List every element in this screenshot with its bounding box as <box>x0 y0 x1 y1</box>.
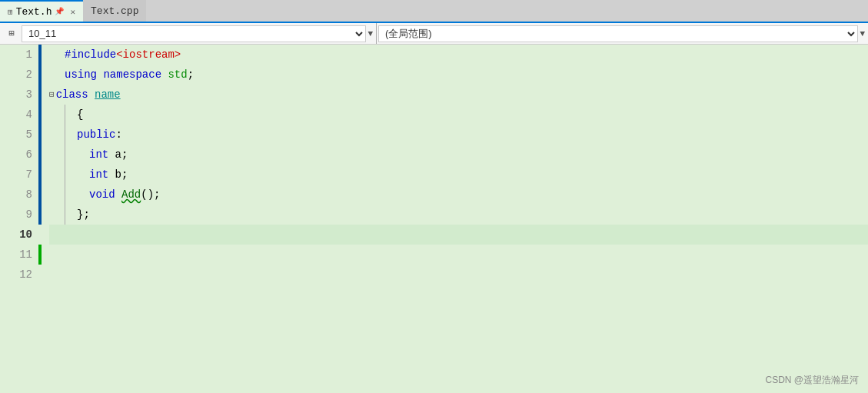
pin-icon[interactable]: 📌 <box>55 7 64 16</box>
tab-icon-text-h: ⊞ <box>8 7 13 17</box>
close-icon-text-h[interactable]: ✕ <box>70 7 75 17</box>
scope-selector-right[interactable]: (全局范围) <box>378 25 858 42</box>
scope-selector-left[interactable]: 10_11 <box>22 25 366 42</box>
class-name: name <box>95 85 121 105</box>
keyword-include: #include <box>65 45 116 65</box>
toolbar-row: ⊞ 10_11 ▼ (全局范围) ▼ <box>0 23 868 45</box>
dropdown-arrow-right: ▼ <box>860 29 865 38</box>
line-num-7: 7 <box>0 165 32 185</box>
keyword-void-8: void <box>89 185 115 205</box>
line-num-11: 11 <box>0 245 32 265</box>
line-num-10: 10 <box>0 225 32 245</box>
indent-pipe-8a <box>65 185 77 205</box>
tab-text-cpp[interactable]: Text.cpp <box>83 0 146 22</box>
toolbar-right: (全局范围) ▼ <box>377 23 868 44</box>
tab-bar: ⊞ Text.h 📌 ✕ Text.cpp <box>0 0 868 23</box>
indent-pipe-5 <box>65 125 77 145</box>
code-line-7: int b; <box>49 165 868 185</box>
code-line-1: #include<iostream> <box>49 45 868 65</box>
tab-label-text-h: Text.h <box>16 6 52 18</box>
blue-gutter-bar <box>38 45 42 225</box>
indent-pipe-6a <box>65 145 77 165</box>
code-line-9: }; <box>49 205 868 225</box>
code-content[interactable]: #include<iostream> using namespace std ;… <box>43 45 868 393</box>
code-line-5: public : <box>49 125 868 145</box>
keyword-class: class <box>56 85 88 105</box>
tab-text-h[interactable]: ⊞ Text.h 📌 ✕ <box>0 0 83 22</box>
code-line-4: { <box>49 105 868 125</box>
include-path: <iostream> <box>116 45 181 65</box>
line-num-1: 1 <box>0 45 32 65</box>
line-num-2: 2 <box>0 65 32 85</box>
keyword-using: using <box>65 65 97 85</box>
line-num-12: 12 <box>0 265 32 285</box>
watermark: CSDN @遥望浩瀚星河 <box>765 374 859 387</box>
keyword-public: public <box>77 125 115 145</box>
func-add: Add <box>121 185 141 205</box>
code-line-3: ⊟ class name <box>49 85 868 105</box>
brace-open: { <box>77 105 83 125</box>
code-line-11 <box>49 245 868 265</box>
line-num-9: 9 <box>0 205 32 225</box>
watermark-text: CSDN @遥望浩瀚星河 <box>765 375 859 385</box>
code-line-10 <box>49 225 868 245</box>
brace-close: }; <box>77 205 90 225</box>
toolbar-left: ⊞ 10_11 ▼ <box>0 23 377 44</box>
green-gutter-bar <box>38 245 42 265</box>
indent-pipe-7a <box>65 165 77 185</box>
indent-pipe-4 <box>65 105 77 125</box>
line-num-6: 6 <box>0 145 32 165</box>
code-line-2: using namespace std ; <box>49 65 868 85</box>
keyword-int-7: int <box>89 165 108 185</box>
line-numbers: 1 2 3 4 5 6 7 8 9 10 11 12 <box>0 45 38 393</box>
fold-icon-line3[interactable]: ⊟ <box>49 85 55 105</box>
dropdown-arrow-left: ▼ <box>367 29 373 38</box>
keyword-int-6: int <box>89 145 108 165</box>
toolbar-grid-icon: ⊞ <box>3 25 20 42</box>
code-line-8: void Add (); <box>49 185 868 205</box>
line-num-5: 5 <box>0 125 32 145</box>
code-line-6: int a; <box>49 145 868 165</box>
line-num-8: 8 <box>0 185 32 205</box>
ns-std: std <box>168 65 187 85</box>
line-num-3: 3 <box>0 85 32 105</box>
keyword-namespace: namespace <box>103 65 161 85</box>
code-line-12 <box>49 265 868 285</box>
gutter <box>38 45 43 393</box>
indent-pipe-9 <box>65 205 77 225</box>
line-num-4: 4 <box>0 105 32 125</box>
code-area: 1 2 3 4 5 6 7 8 9 10 11 12 #include<iost… <box>0 45 868 393</box>
tab-label-text-cpp: Text.cpp <box>91 5 138 17</box>
